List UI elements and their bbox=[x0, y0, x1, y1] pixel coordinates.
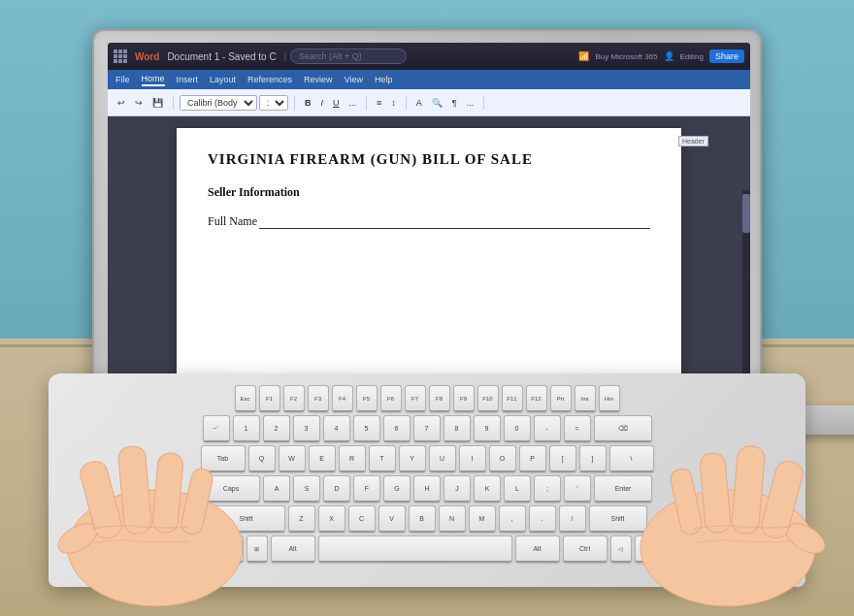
key-equals[interactable]: = bbox=[564, 415, 591, 442]
key-f4[interactable]: F4 bbox=[332, 385, 353, 412]
key-r[interactable]: R bbox=[339, 445, 366, 472]
key-l[interactable]: L bbox=[504, 475, 531, 503]
key-f[interactable]: F bbox=[353, 475, 380, 503]
more-format-button[interactable]: ... bbox=[345, 96, 361, 110]
key-backtick[interactable]: ~` bbox=[203, 415, 230, 442]
editing-label[interactable]: Editing bbox=[680, 52, 704, 61]
key-e[interactable]: E bbox=[309, 445, 336, 472]
key-home[interactable]: Hm bbox=[599, 385, 620, 412]
key-v[interactable]: V bbox=[378, 505, 406, 533]
key-2[interactable]: 2 bbox=[263, 415, 290, 442]
key-prtsc[interactable]: Prt bbox=[550, 385, 572, 412]
key-a[interactable]: A bbox=[263, 475, 290, 503]
key-g[interactable]: G bbox=[383, 475, 411, 503]
key-rctrl[interactable]: Ctrl bbox=[563, 535, 608, 563]
key-enter[interactable]: Enter bbox=[594, 475, 652, 503]
key-win[interactable]: ⊞ bbox=[246, 535, 268, 563]
key-f2[interactable]: F2 bbox=[283, 385, 305, 412]
buy-microsoft-label[interactable]: Buy Microsoft 365 bbox=[595, 52, 657, 61]
key-8[interactable]: 8 bbox=[443, 415, 471, 442]
key-n[interactable]: N bbox=[439, 505, 466, 533]
format-para-button[interactable]: ¶ bbox=[448, 96, 461, 110]
key-q[interactable]: Q bbox=[248, 445, 276, 472]
key-1[interactable]: 1 bbox=[233, 415, 260, 442]
key-f5[interactable]: F5 bbox=[356, 385, 378, 412]
key-d[interactable]: D bbox=[323, 475, 350, 503]
list-button[interactable]: ≡ bbox=[373, 96, 385, 110]
key-esc[interactable]: Esc bbox=[235, 385, 256, 412]
key-m[interactable]: M bbox=[469, 505, 496, 533]
menu-review[interactable]: Review bbox=[304, 75, 333, 84]
indent-button[interactable]: ↕ bbox=[387, 96, 400, 110]
key-p[interactable]: P bbox=[519, 445, 546, 472]
key-6[interactable]: 6 bbox=[383, 415, 411, 442]
key-ins[interactable]: Ins bbox=[575, 385, 596, 412]
key-z[interactable]: Z bbox=[288, 505, 315, 533]
key-b[interactable]: B bbox=[409, 505, 436, 533]
key-f11[interactable]: F11 bbox=[502, 385, 523, 412]
key-left[interactable]: ◁ bbox=[610, 535, 632, 563]
key-s[interactable]: S bbox=[293, 475, 320, 503]
key-semicolon[interactable]: ; bbox=[534, 475, 561, 503]
key-h[interactable]: H bbox=[413, 475, 441, 503]
menu-file[interactable]: File bbox=[115, 75, 130, 84]
scrollbar-thumb[interactable] bbox=[742, 194, 750, 233]
key-f7[interactable]: F7 bbox=[405, 385, 426, 412]
key-lalt[interactable]: Alt bbox=[271, 535, 315, 563]
key-period[interactable]: . bbox=[529, 505, 556, 533]
key-c[interactable]: C bbox=[348, 505, 376, 533]
key-f8[interactable]: F8 bbox=[429, 385, 450, 412]
key-k[interactable]: K bbox=[474, 475, 501, 503]
key-right[interactable]: ▷ bbox=[659, 535, 680, 563]
key-t[interactable]: T bbox=[369, 445, 396, 472]
font-size-select[interactable]: 11 bbox=[259, 95, 288, 111]
redo-button[interactable]: ↪ bbox=[131, 96, 147, 110]
menu-insert[interactable]: Insert bbox=[177, 75, 199, 84]
key-5[interactable]: 5 bbox=[353, 415, 380, 442]
key-f1[interactable]: F1 bbox=[259, 385, 280, 412]
underline-button[interactable]: U bbox=[329, 96, 344, 110]
more2-button[interactable]: ... bbox=[463, 96, 478, 110]
key-tab[interactable]: Tab bbox=[201, 445, 246, 472]
apps-icon[interactable] bbox=[114, 49, 127, 63]
account-icon[interactable]: 👤 bbox=[664, 51, 674, 61]
key-comma[interactable]: , bbox=[499, 505, 526, 533]
menu-view[interactable]: View bbox=[345, 75, 363, 84]
scrollbar[interactable] bbox=[742, 190, 750, 392]
key-7[interactable]: 7 bbox=[413, 415, 441, 442]
key-j[interactable]: J bbox=[443, 475, 471, 503]
key-x[interactable]: X bbox=[318, 505, 345, 533]
key-minus[interactable]: - bbox=[534, 415, 561, 442]
key-f3[interactable]: F3 bbox=[308, 385, 329, 412]
key-backspace[interactable]: ⌫ bbox=[594, 415, 652, 442]
menu-help[interactable]: Help bbox=[375, 75, 393, 84]
key-u[interactable]: U bbox=[429, 445, 456, 472]
quick-save-button[interactable]: 💾 bbox=[148, 96, 167, 110]
share-button[interactable]: Share bbox=[709, 49, 744, 63]
menu-layout[interactable]: Layout bbox=[210, 75, 236, 84]
key-f10[interactable]: F10 bbox=[477, 385, 499, 412]
key-lbracket[interactable]: [ bbox=[549, 445, 576, 472]
undo-button[interactable]: ↩ bbox=[114, 96, 129, 110]
key-3[interactable]: 3 bbox=[293, 415, 320, 442]
key-down[interactable]: ▽ bbox=[635, 535, 656, 563]
menu-references[interactable]: References bbox=[247, 75, 292, 84]
key-w[interactable]: W bbox=[279, 445, 306, 472]
key-capslock[interactable]: Caps bbox=[202, 475, 260, 503]
title-search-input[interactable] bbox=[290, 49, 407, 64]
key-space[interactable] bbox=[318, 535, 512, 563]
menu-home[interactable]: Home bbox=[142, 74, 165, 86]
find-button[interactable]: 🔍 bbox=[428, 96, 446, 110]
font-color-button[interactable]: A bbox=[412, 96, 426, 110]
key-lctrl[interactable]: Ctrl bbox=[175, 535, 219, 563]
font-name-select[interactable]: Calibri (Body) bbox=[180, 95, 257, 111]
key-f12[interactable]: F12 bbox=[526, 385, 547, 412]
key-rshift[interactable]: Shift bbox=[589, 505, 647, 533]
key-backslash[interactable]: \ bbox=[609, 445, 654, 472]
key-y[interactable]: Y bbox=[399, 445, 426, 472]
key-0[interactable]: 0 bbox=[504, 415, 531, 442]
key-o[interactable]: O bbox=[489, 445, 516, 472]
key-ralt[interactable]: Alt bbox=[515, 535, 560, 563]
key-9[interactable]: 9 bbox=[474, 415, 501, 442]
key-lshift[interactable]: Shift bbox=[208, 505, 285, 533]
